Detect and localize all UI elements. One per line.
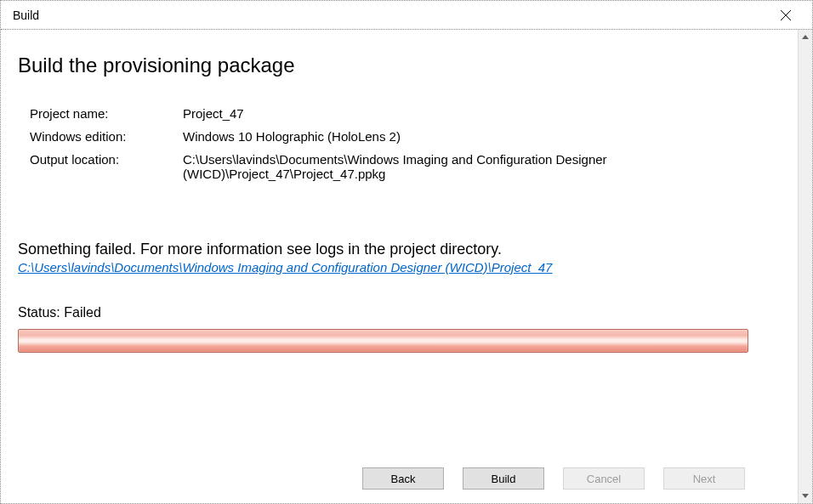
scroll-track[interactable]: [799, 44, 812, 489]
status-label: Status:: [18, 305, 60, 320]
output-location-value: C:\Users\lavinds\Documents\Windows Imagi…: [183, 152, 781, 181]
button-row: Back Build Cancel Next: [18, 450, 781, 503]
scroll-down-icon[interactable]: [799, 489, 812, 503]
next-button: Next: [663, 467, 745, 490]
windows-edition-row: Windows edition: Windows 10 Holographic …: [30, 129, 781, 144]
build-button[interactable]: Build: [463, 467, 544, 490]
project-dir-link[interactable]: C:\Users\lavinds\Documents\Windows Imagi…: [18, 260, 781, 275]
progress-bar: [18, 329, 748, 353]
window-title: Build: [13, 8, 39, 22]
output-location-row: Output location: C:\Users\lavinds\Docume…: [30, 152, 781, 181]
back-button[interactable]: Back: [362, 467, 444, 490]
svg-marker-2: [802, 35, 809, 39]
status-line: Status: Failed: [18, 305, 781, 320]
content-wrapper: Build the provisioning package Project n…: [1, 30, 812, 503]
info-table: Project name: Project_47 Windows edition…: [30, 106, 781, 190]
build-dialog: Build Build the provisioning package Pro…: [0, 0, 813, 504]
project-name-row: Project name: Project_47: [30, 106, 781, 121]
vertical-scrollbar[interactable]: [798, 30, 812, 503]
windows-edition-value: Windows 10 Holographic (HoloLens 2): [183, 129, 781, 144]
close-icon[interactable]: [771, 1, 800, 30]
output-location-label: Output location:: [30, 152, 183, 167]
error-message: Something failed. For more information s…: [18, 241, 781, 258]
project-name-label: Project name:: [30, 106, 183, 121]
project-name-value: Project_47: [183, 106, 781, 121]
page-title: Build the provisioning package: [18, 54, 781, 77]
content: Build the provisioning package Project n…: [1, 30, 798, 503]
scroll-up-icon[interactable]: [799, 30, 812, 44]
titlebar: Build: [1, 1, 812, 30]
svg-marker-3: [802, 494, 809, 498]
status-value: Failed: [64, 305, 101, 320]
cancel-button: Cancel: [563, 467, 645, 490]
windows-edition-label: Windows edition:: [30, 129, 183, 144]
